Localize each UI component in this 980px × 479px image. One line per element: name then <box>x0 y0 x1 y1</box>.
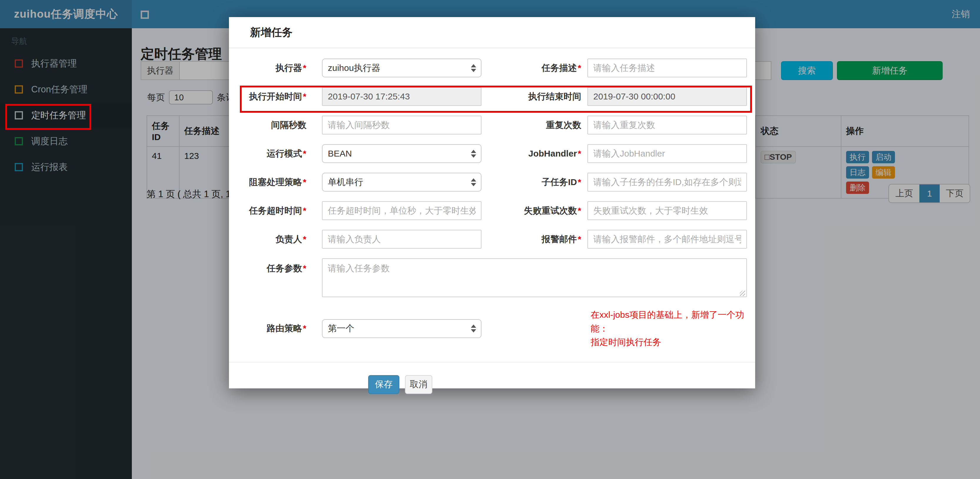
retry-input[interactable] <box>587 201 747 220</box>
route-strategy-label: 路由策略* <box>229 323 306 334</box>
job-param-label: 任务参数* <box>229 258 306 275</box>
block-strategy-select-value: 单机串行 <box>328 176 363 188</box>
repeat-label: 重复次数 <box>482 119 581 131</box>
block-strategy-label: 阻塞处理策略* <box>229 176 306 188</box>
feature-note: 在xxl-jobs项目的基础上，新增了一个功能： 指定时间执行任务 <box>591 308 755 349</box>
job-desc-input[interactable] <box>587 59 747 77</box>
add-job-modal: 新增任务 执行器* zuihou执行器 任务描述* <box>229 17 755 388</box>
alarm-email-input[interactable] <box>587 230 747 248</box>
executor-select[interactable]: zuihou执行器 <box>322 59 482 77</box>
cancel-button[interactable]: 取消 <box>405 375 432 394</box>
job-param-textarea[interactable] <box>322 258 747 297</box>
timeout-label: 任务超时时间* <box>229 205 306 217</box>
run-mode-label: 运行模式* <box>229 148 306 160</box>
run-mode-select[interactable]: BEAN <box>322 144 482 163</box>
owner-label: 负责人* <box>229 233 306 245</box>
annotation-rect-time-row <box>240 86 752 113</box>
executor-select-value: zuihou执行器 <box>328 62 380 74</box>
select-arrows-icon <box>471 173 476 191</box>
owner-input[interactable] <box>322 230 482 248</box>
route-strategy-select[interactable]: 第一个 <box>322 319 482 338</box>
save-button[interactable]: 保存 <box>368 375 399 394</box>
child-job-label: 子任务ID* <box>482 176 581 188</box>
child-job-input[interactable] <box>587 173 747 191</box>
block-strategy-select[interactable]: 单机串行 <box>322 173 482 191</box>
executor-label: 执行器* <box>229 62 306 74</box>
interval-input[interactable] <box>322 116 482 134</box>
select-arrows-icon <box>471 144 476 163</box>
annotation-rect-sidebar <box>5 104 91 130</box>
job-desc-label: 任务描述* <box>482 62 581 74</box>
select-arrows-icon <box>471 319 476 338</box>
alarm-email-label: 报警邮件* <box>482 233 581 245</box>
job-handler-input[interactable] <box>587 144 747 163</box>
app-root: zuihou任务调度中心 导航 执行器管理 Cron任务管理 定时任务管理 调度… <box>0 0 980 479</box>
timeout-input[interactable] <box>322 201 482 220</box>
modal-title: 新增任务 <box>229 17 755 48</box>
select-arrows-icon <box>471 59 476 77</box>
run-mode-select-value: BEAN <box>328 149 352 159</box>
interval-label: 间隔秒数 <box>229 119 306 131</box>
repeat-input[interactable] <box>587 116 747 134</box>
retry-label: 失败重试次数* <box>482 205 581 217</box>
job-handler-label: JobHandler* <box>482 149 581 159</box>
route-strategy-select-value: 第一个 <box>328 323 354 334</box>
